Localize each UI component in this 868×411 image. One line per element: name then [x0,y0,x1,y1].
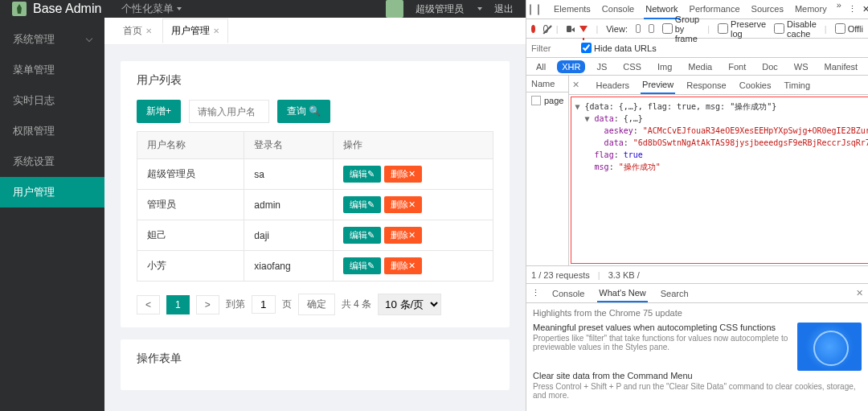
edit-button[interactable]: 编辑✎ [343,257,381,274]
request-row[interactable]: page [526,92,568,109]
more-tabs-icon[interactable]: » [837,0,841,19]
sidebar-item-log[interactable]: 实时日志 [0,85,104,116]
table-row: 管理员 admin 编辑✎删除✕ [137,190,493,220]
wn-item1-desc: Properties like "filter" that take funct… [533,334,791,351]
tab-users[interactable]: 用户管理✕ [162,18,228,43]
wn-item1-title[interactable]: Meaningful preset values when autocomple… [533,323,791,332]
screenshot-icon[interactable] [567,26,572,32]
drawer-tab-console[interactable]: Console [551,286,586,302]
pagesize-select[interactable]: 10 条/页 [378,294,441,315]
total-label: 共 4 条 [342,298,371,311]
sidebar-item-settings[interactable]: 系统设置 [0,146,104,177]
kebab-menu-icon[interactable]: ⋮ [848,4,856,14]
close-drawer-icon[interactable]: ✕ [856,288,863,298]
goto-label: 到第 [226,298,245,311]
type-img[interactable]: Img [653,60,677,73]
add-button[interactable]: 新增+ [137,100,181,123]
topbar: Base Admin 个性化菜单 超级管理员 退出 [0,0,526,18]
disable-cache[interactable]: Disable cache [774,19,817,39]
type-ws[interactable]: WS [789,60,813,73]
close-devtools-icon[interactable]: ✕ [862,4,868,14]
record-icon[interactable] [531,25,535,33]
response-preview[interactable]: ▼ {data: {,…}, flag: true, msg: "操作成功"} … [571,97,868,264]
preserve-log[interactable]: Preserve log [718,19,766,39]
sidebar-item-users[interactable]: 用户管理 [0,177,104,208]
col-name-header: Name [526,76,568,92]
sidebar-item-perm[interactable]: 权限管理 [0,116,104,146]
edit-button[interactable]: 编辑✎ [343,196,381,213]
delete-button[interactable]: 删除✕ [384,196,422,213]
subtab-preview[interactable]: Preview [641,76,675,94]
page-prev[interactable]: < [137,295,160,314]
cell-loginname: sa [244,159,333,190]
dt-tab-sources[interactable]: Sources [750,0,785,19]
filter-icon[interactable] [579,26,588,32]
type-doc[interactable]: Doc [757,60,783,73]
cell-loginname: admin [244,190,333,220]
view-grid-icon[interactable] [649,24,653,33]
sidebar-item-menu[interactable]: 菜单管理 [0,55,104,85]
filter-input[interactable] [531,43,571,53]
drawer-menu-icon[interactable]: ⋮ [531,288,539,298]
drawer-tab-whatsnew[interactable]: What's New [597,285,647,302]
network-toolbar: | | View: Group by frame | Preserve log … [526,19,868,39]
subtab-cookies[interactable]: Cookies [738,77,773,93]
dt-tab-elements[interactable]: Elements [552,0,592,19]
view-list-icon[interactable] [636,24,641,33]
delete-button[interactable]: 删除✕ [384,166,422,183]
search-button[interactable]: 查询 🔍 [277,100,330,123]
chevron-down-icon [177,7,182,10]
delete-button[interactable]: 删除✕ [384,257,422,274]
sidebar-item-system[interactable]: 系统管理 [0,24,104,55]
whatsnew-header: Highlights from the Chrome 75 update [533,308,862,318]
goto-confirm[interactable]: 确定 [298,294,335,315]
table-row: 超级管理员 sa 编辑✎删除✕ [137,159,493,190]
view-label: View: [606,24,628,34]
table-row: 妲己 daji 编辑✎删除✕ [137,220,493,251]
tab-home[interactable]: 首页✕ [114,18,161,43]
chevron-down-icon [87,35,92,44]
delete-button[interactable]: 删除✕ [384,227,422,244]
user-table: 用户名称 登录名 操作 超级管理员 sa 编辑✎删除✕管理员 admin 编辑✎… [137,131,493,282]
current-user[interactable]: 超级管理员 [416,2,464,16]
type-js[interactable]: JS [592,60,612,73]
logout-link[interactable]: 退出 [494,2,514,16]
cell-username: 妲己 [137,220,244,251]
device-icon[interactable] [538,4,539,15]
hide-data-urls[interactable]: Hide data URLs [581,43,657,53]
offline[interactable]: Offli [835,23,863,34]
drawer-tab-search[interactable]: Search [659,286,690,302]
type-manifest[interactable]: Manifest [820,60,863,73]
close-icon[interactable]: ✕ [145,27,152,35]
subtab-timing[interactable]: Timing [782,77,812,93]
top-menu-personal[interactable]: 个性化菜单 [121,2,174,16]
brand-title: Base Admin [33,2,101,16]
dt-tab-console[interactable]: Console [600,0,636,19]
cell-username: 小芳 [137,251,244,282]
app-logo-icon [12,2,27,16]
page-next[interactable]: > [196,295,219,314]
subtab-headers[interactable]: Headers [594,77,631,93]
edit-button[interactable]: 编辑✎ [343,166,381,183]
dt-tab-memory[interactable]: Memory [793,0,829,19]
goto-input[interactable] [252,295,276,314]
type-xhr[interactable]: XHR [557,60,585,73]
subtab-response[interactable]: Response [685,77,728,93]
close-detail-icon[interactable]: ✕ [572,80,579,90]
avatar[interactable] [386,0,403,18]
col-username: 用户名称 [137,132,244,159]
search-input[interactable] [189,100,269,123]
type-media[interactable]: Media [683,60,717,73]
wn-item2-title[interactable]: Clear site data from the Command Menu [533,371,862,380]
table-row: 小芳 xiaofang 编辑✎删除✕ [137,251,493,282]
type-font[interactable]: Font [723,60,751,73]
wn-item2-desc: Press Control + Shift + P and run the "C… [533,382,862,400]
type-all[interactable]: All [531,60,551,73]
inspect-icon[interactable] [530,4,531,15]
page-1[interactable]: 1 [166,295,190,314]
type-css[interactable]: CSS [618,60,646,73]
edit-button[interactable]: 编辑✎ [343,227,381,244]
cell-username: 管理员 [137,190,244,220]
clear-icon[interactable] [543,25,548,33]
close-icon[interactable]: ✕ [213,27,219,35]
